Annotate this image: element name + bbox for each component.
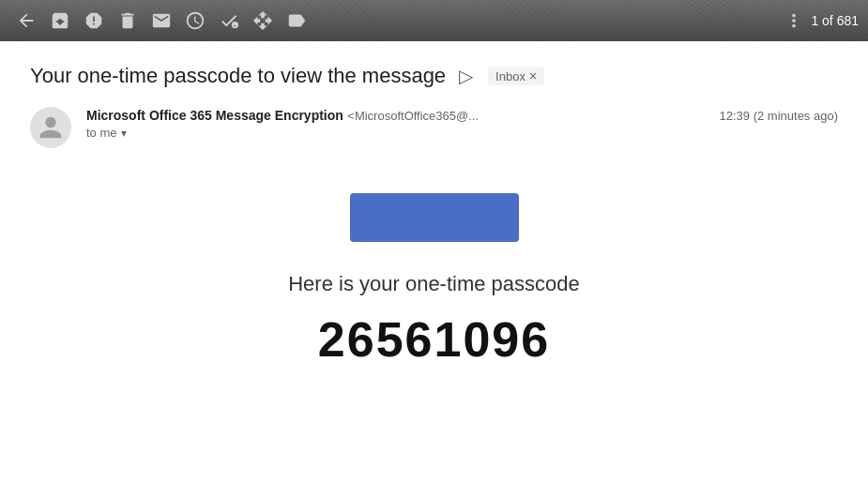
to-row: to me ▾ bbox=[86, 126, 838, 140]
sender-logo bbox=[350, 193, 519, 242]
sender-email: <MicrosoftOffice365@... bbox=[347, 109, 479, 123]
archive-icon[interactable] bbox=[47, 8, 73, 34]
svg-text:+: + bbox=[234, 23, 236, 28]
add-to-tasks-icon[interactable]: + bbox=[216, 8, 242, 34]
email-content-area: Your one-time passcode to view the messa… bbox=[0, 41, 868, 482]
inbox-badge-close[interactable]: × bbox=[529, 68, 537, 83]
sender-info: Microsoft Office 365 Message Encryption … bbox=[86, 107, 838, 140]
inbox-badge[interactable]: Inbox × bbox=[488, 67, 544, 85]
labels-icon[interactable] bbox=[283, 8, 310, 34]
mark-unread-icon[interactable] bbox=[148, 8, 175, 34]
to-label: to me bbox=[86, 126, 117, 140]
avatar bbox=[30, 107, 71, 148]
email-counter: 1 of 681 bbox=[811, 13, 859, 28]
passcode-label: Here is your one-time passcode bbox=[288, 272, 580, 296]
subject-forward-arrow: ▷ bbox=[459, 65, 473, 87]
subject-text: Your one-time passcode to view the messa… bbox=[30, 64, 446, 88]
snooze-icon[interactable] bbox=[182, 8, 208, 34]
sender-row: Microsoft Office 365 Message Encryption … bbox=[30, 107, 838, 148]
to-chevron[interactable]: ▾ bbox=[121, 127, 127, 140]
report-spam-icon[interactable] bbox=[81, 8, 107, 34]
subject-row: Your one-time passcode to view the messa… bbox=[30, 64, 838, 88]
move-to-icon[interactable] bbox=[250, 8, 276, 34]
passcode-value: 26561096 bbox=[318, 311, 550, 368]
toolbar: + 1 of 681 bbox=[0, 0, 868, 41]
email-body: Here is your one-time passcode 26561096 bbox=[30, 178, 838, 383]
inbox-badge-label: Inbox bbox=[495, 69, 525, 83]
sender-name: Microsoft Office 365 Message Encryption bbox=[86, 108, 343, 123]
back-icon[interactable] bbox=[13, 8, 39, 34]
delete-icon[interactable] bbox=[114, 8, 141, 34]
sender-time: 12:39 (2 minutes ago) bbox=[720, 109, 838, 123]
more-options-icon[interactable] bbox=[781, 8, 807, 34]
